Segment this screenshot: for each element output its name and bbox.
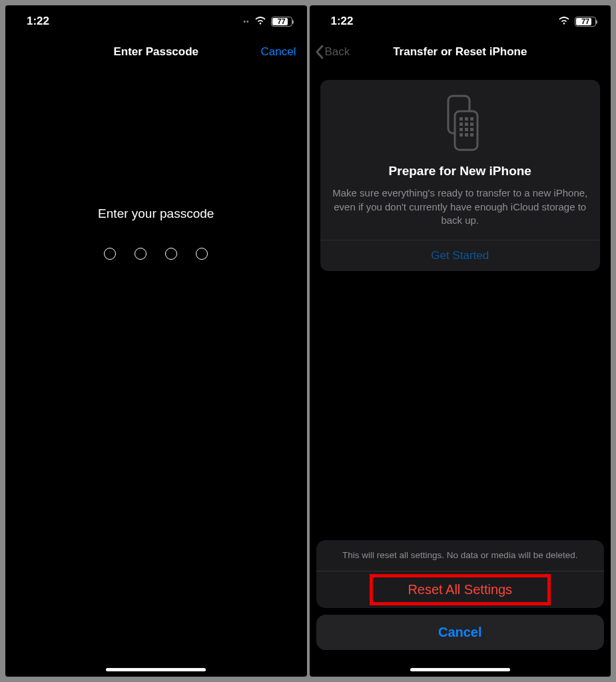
svg-rect-12 <box>465 133 468 137</box>
home-indicator[interactable] <box>106 668 206 671</box>
passcode-screen: 1:22 •• 77 Enter Passcode Cancel Enter y… <box>5 5 307 677</box>
pin-dot <box>165 248 177 260</box>
svg-rect-10 <box>470 128 473 131</box>
svg-rect-5 <box>460 123 463 126</box>
get-started-button[interactable]: Get Started <box>320 240 601 271</box>
sheet-cancel-button[interactable]: Cancel <box>316 615 605 650</box>
passcode-content: Enter your passcode <box>5 67 307 677</box>
pin-dot <box>135 248 147 260</box>
reset-content: Prepare for New iPhone Make sure everyth… <box>310 67 611 677</box>
card-title: Prepare for New iPhone <box>331 164 590 178</box>
chevron-left-icon <box>315 45 324 59</box>
svg-rect-2 <box>460 117 463 121</box>
svg-rect-4 <box>470 117 473 121</box>
battery-icon: 77 <box>575 17 596 27</box>
reset-screen: 1:22 77 Back Transfer or Reset iPhone <box>310 5 611 677</box>
svg-rect-9 <box>465 128 468 131</box>
status-indicators: 77 <box>558 15 596 28</box>
wifi-icon <box>558 15 570 28</box>
passcode-prompt: Enter your passcode <box>98 206 214 221</box>
nav-bar: Back Transfer or Reset iPhone <box>310 37 611 67</box>
reset-label: Reset All Settings <box>408 582 512 597</box>
reset-all-settings-button[interactable]: Reset All Settings <box>316 571 605 608</box>
nav-title: Enter Passcode <box>113 45 198 59</box>
status-time: 1:22 <box>331 15 354 28</box>
nav-title: Transfer or Reset iPhone <box>393 45 527 59</box>
card-description: Make sure everything's ready to transfer… <box>331 186 590 228</box>
passcode-field[interactable] <box>104 248 208 260</box>
battery-icon: 77 <box>271 17 292 27</box>
back-button[interactable]: Back <box>315 45 350 59</box>
phones-icon <box>331 95 590 152</box>
svg-rect-6 <box>465 123 468 126</box>
status-bar: 1:22 77 <box>310 5 611 37</box>
svg-rect-11 <box>460 133 463 137</box>
signal-dots-icon: •• <box>243 18 249 25</box>
pin-dot <box>104 248 116 260</box>
sheet-message: This will reset all settings. No data or… <box>316 540 605 571</box>
wifi-icon <box>254 15 266 28</box>
home-indicator[interactable] <box>410 668 510 671</box>
action-sheet: This will reset all settings. No data or… <box>310 540 611 677</box>
svg-rect-3 <box>465 117 468 121</box>
status-bar: 1:22 •• 77 <box>5 5 307 37</box>
svg-rect-13 <box>470 133 473 137</box>
status-time: 1:22 <box>27 15 49 28</box>
svg-rect-7 <box>470 123 473 126</box>
svg-rect-8 <box>460 128 463 131</box>
status-indicators: •• 77 <box>243 15 292 28</box>
cancel-button[interactable]: Cancel <box>261 45 296 59</box>
prepare-card: Prepare for New iPhone Make sure everyth… <box>320 80 601 271</box>
nav-bar: Enter Passcode Cancel <box>5 37 307 67</box>
back-label: Back <box>325 45 350 59</box>
pin-dot <box>196 248 208 260</box>
